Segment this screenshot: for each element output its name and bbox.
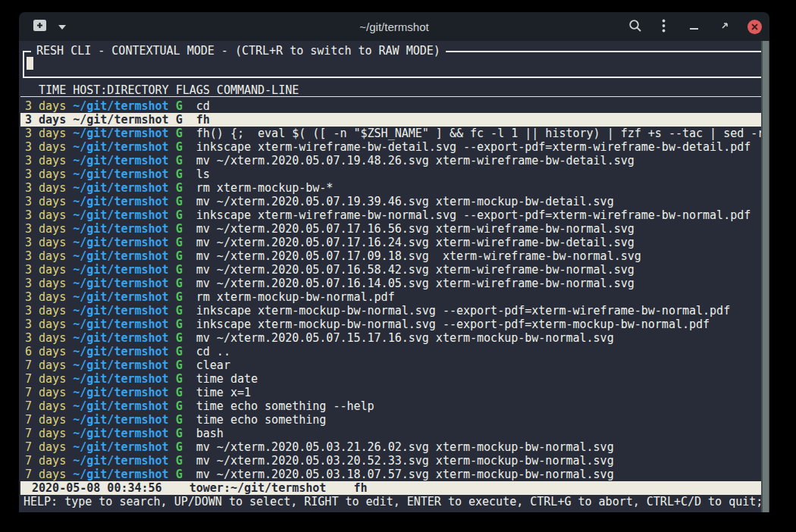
history-row[interactable]: 3 days ~/git/termshot G inkscape xterm-m… bbox=[20, 318, 761, 331]
row-directory: ~/git/termshot bbox=[73, 263, 168, 277]
row-time: 3 days bbox=[25, 277, 66, 290]
row-time: 3 days bbox=[25, 318, 66, 331]
row-time: 7 days bbox=[25, 454, 66, 468]
row-directory: ~/git/termshot bbox=[73, 127, 168, 140]
history-row[interactable]: 7 days ~/git/termshot G time echo someth… bbox=[20, 413, 761, 427]
row-command: mv ~/xterm.2020.05.03.20.52.33.svg xterm… bbox=[196, 454, 614, 468]
history-row[interactable]: 3 days ~/git/termshot G mv ~/xterm.2020.… bbox=[20, 154, 761, 167]
row-command: time echo something bbox=[196, 413, 327, 427]
titlebar: ~/git/termshot bbox=[19, 12, 769, 41]
history-row[interactable]: 3 days ~/git/termshot G mv ~/xterm.2020.… bbox=[20, 331, 761, 345]
row-flags: G bbox=[176, 195, 183, 208]
history-row[interactable]: 3 days ~/git/termshot G cd bbox=[20, 99, 761, 113]
row-directory: ~/git/termshot bbox=[73, 358, 168, 372]
history-list: 3 days ~/git/termshot G cd3 days ~/git/t… bbox=[20, 99, 761, 481]
row-directory: ~/git/termshot bbox=[73, 222, 168, 236]
resh-mode-title: RESH CLI - CONTEXTUAL MODE - (CTRL+R to … bbox=[31, 44, 446, 58]
terminal-content[interactable]: RESH CLI - CONTEXTUAL MODE - (CTRL+R to … bbox=[19, 41, 769, 512]
scrollbar[interactable] bbox=[761, 41, 769, 512]
history-row[interactable]: 7 days ~/git/termshot G mv ~/xterm.2020.… bbox=[20, 454, 761, 468]
row-flags: G bbox=[176, 427, 183, 440]
row-flags: G bbox=[176, 167, 183, 181]
history-row[interactable]: 3 days ~/git/termshot G mv ~/xterm.2020.… bbox=[20, 222, 761, 236]
history-row[interactable]: 7 days ~/git/termshot G time date bbox=[20, 372, 761, 386]
search-button[interactable] bbox=[628, 19, 642, 35]
history-row[interactable]: 3 days ~/git/termshot G mv ~/xterm.2020.… bbox=[20, 263, 761, 277]
history-row[interactable]: 7 days ~/git/termshot G time echo someth… bbox=[20, 399, 761, 413]
history-row[interactable]: 3 days ~/git/termshot G mv ~/xterm.2020.… bbox=[20, 236, 761, 249]
restore-button[interactable] bbox=[720, 21, 729, 33]
row-command: cd bbox=[196, 99, 210, 113]
row-command: mv ~/xterm.2020.05.03.18.07.57.svg xterm… bbox=[196, 468, 614, 481]
row-time: 3 days bbox=[25, 236, 66, 249]
row-command: fh() {; eval $( ([ -n "$ZSH_NAME" ] && f… bbox=[196, 127, 761, 140]
tab-dropdown-button[interactable] bbox=[58, 21, 67, 33]
row-command: mv ~/xterm.2020.05.03.21.26.02.svg xterm… bbox=[196, 440, 614, 454]
history-row[interactable]: 7 days ~/git/termshot G mv ~/xterm.2020.… bbox=[20, 440, 761, 454]
history-row[interactable]: 7 days ~/git/termshot G clear bbox=[20, 358, 761, 372]
row-time: 3 days bbox=[25, 167, 66, 181]
row-time: 7 days bbox=[25, 427, 66, 440]
row-flags: G bbox=[176, 181, 183, 195]
history-row[interactable]: 3 days ~/git/termshot G mv ~/xterm.2020.… bbox=[20, 249, 761, 263]
row-flags: G bbox=[176, 277, 183, 290]
history-row[interactable]: 3 days ~/git/termshot G rm xterm-mockup-… bbox=[20, 181, 761, 195]
row-time: 3 days bbox=[25, 195, 66, 208]
history-row[interactable]: 3 days ~/git/termshot G mv ~/xterm.2020.… bbox=[20, 195, 761, 208]
row-flags: G bbox=[176, 318, 183, 331]
row-flags: G bbox=[176, 468, 183, 481]
row-directory: ~/git/termshot bbox=[73, 386, 168, 399]
row-directory: ~/git/termshot bbox=[73, 236, 168, 249]
row-directory: ~/git/termshot bbox=[73, 113, 168, 127]
row-flags: G bbox=[176, 413, 183, 427]
row-directory: ~/git/termshot bbox=[73, 167, 168, 181]
new-tab-button[interactable] bbox=[33, 19, 47, 34]
history-row[interactable]: 3 days ~/git/termshot G rm xterm-mockup-… bbox=[20, 290, 761, 304]
row-flags: G bbox=[176, 99, 183, 113]
history-row[interactable]: 3 days ~/git/termshot G fh bbox=[20, 113, 761, 127]
history-row[interactable]: 7 days ~/git/termshot G time x=1 bbox=[20, 386, 761, 399]
row-time: 6 days bbox=[25, 345, 66, 358]
row-flags: G bbox=[176, 249, 183, 263]
row-command: inkscape xterm-wireframe-bw-normal.svg -… bbox=[196, 208, 751, 222]
history-row[interactable]: 3 days ~/git/termshot G fh() {; eval $( … bbox=[20, 127, 761, 140]
row-time: 7 days bbox=[25, 372, 66, 386]
row-command: mv ~/xterm.2020.05.07.17.16.24.svg xterm… bbox=[196, 236, 635, 249]
history-row[interactable]: 7 days ~/git/termshot G mv ~/xterm.2020.… bbox=[20, 468, 761, 481]
row-command: mv ~/xterm.2020.05.07.16.14.05.svg xterm… bbox=[196, 277, 635, 290]
row-time: 3 days bbox=[25, 154, 66, 167]
row-command: time date bbox=[196, 372, 258, 386]
resh-search-box[interactable]: RESH CLI - CONTEXTUAL MODE - (CTRL+R to … bbox=[23, 51, 764, 78]
history-row[interactable]: 3 days ~/git/termshot G inkscape xterm-m… bbox=[20, 304, 761, 318]
history-row[interactable]: 3 days ~/git/termshot G inkscape xterm-w… bbox=[20, 140, 761, 154]
status-bar: 2020-05-08 00:34:56 tower:~/git/termshot… bbox=[20, 481, 761, 495]
row-flags: G bbox=[176, 127, 183, 140]
row-time: 3 days bbox=[25, 249, 66, 263]
row-flags: G bbox=[176, 345, 183, 358]
minimize-button[interactable] bbox=[690, 21, 699, 33]
row-command: mv ~/xterm.2020.05.07.19.48.26.svg xterm… bbox=[196, 154, 635, 167]
row-directory: ~/git/termshot bbox=[73, 454, 168, 468]
row-time: 7 days bbox=[25, 440, 66, 454]
history-row[interactable]: 6 days ~/git/termshot G cd .. bbox=[20, 345, 761, 358]
row-directory: ~/git/termshot bbox=[73, 399, 168, 413]
row-flags: G bbox=[176, 263, 183, 277]
history-row[interactable]: 3 days ~/git/termshot G inkscape xterm-w… bbox=[20, 208, 761, 222]
history-row[interactable]: 3 days ~/git/termshot G ls bbox=[20, 167, 761, 181]
row-directory: ~/git/termshot bbox=[73, 345, 168, 358]
row-directory: ~/git/termshot bbox=[73, 318, 168, 331]
history-row[interactable]: 7 days ~/git/termshot G bash bbox=[20, 427, 761, 440]
close-button[interactable] bbox=[747, 20, 762, 34]
row-flags: G bbox=[176, 236, 183, 249]
row-flags: G bbox=[176, 399, 183, 413]
row-directory: ~/git/termshot bbox=[73, 181, 168, 195]
row-time: 3 days bbox=[25, 181, 66, 195]
row-directory: ~/git/termshot bbox=[73, 140, 168, 154]
row-command: mv ~/xterm.2020.05.07.17.09.18.svg xterm… bbox=[196, 249, 641, 263]
kebab-menu-icon bbox=[662, 19, 666, 35]
row-directory: ~/git/termshot bbox=[73, 331, 168, 345]
row-directory: ~/git/termshot bbox=[73, 208, 168, 222]
row-flags: G bbox=[176, 358, 183, 372]
menu-button[interactable] bbox=[662, 19, 666, 35]
history-row[interactable]: 3 days ~/git/termshot G mv ~/xterm.2020.… bbox=[20, 277, 761, 290]
